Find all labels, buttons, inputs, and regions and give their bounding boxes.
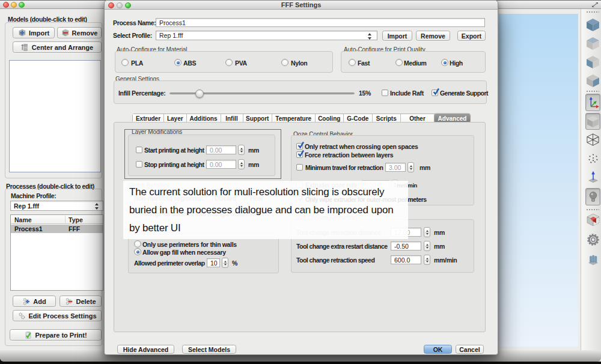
radio-pla[interactable] [121, 59, 129, 66]
dialog-titlebar[interactable]: FFF Settings [105, 1, 498, 10]
perimeter-overlap-input[interactable]: 10 [207, 258, 220, 267]
only-retract-checkbox[interactable] [296, 143, 303, 150]
include-raft-checkbox[interactable] [382, 89, 388, 96]
toolbar-handle-dots [586, 11, 599, 13]
select-models-button[interactable]: Select Models [182, 345, 236, 354]
prepare-to-print-button[interactable]: Prepare to Print! [10, 329, 102, 341]
table-row[interactable]: Process1 FFF [11, 225, 103, 233]
normals-arrow-icon[interactable] [585, 169, 600, 184]
radio-fast-label: Fast [358, 59, 370, 67]
view-cube-top-icon[interactable] [585, 36, 600, 51]
radio-fast[interactable] [349, 59, 356, 66]
settings-tabbar: Extruder Layer Additions Infill Support … [132, 114, 471, 123]
remove-model-button[interactable]: Remove [57, 27, 102, 38]
view-cube-front-icon[interactable] [585, 55, 600, 70]
radio-medium[interactable] [395, 59, 403, 66]
profile-import-button[interactable]: Import [382, 31, 412, 41]
min-travel-unit: mm [419, 164, 430, 171]
axes-icon[interactable] [585, 94, 600, 111]
tc-speed-unit: mm/min [434, 256, 457, 264]
highlight-red-rectangle [124, 129, 281, 179]
toolbar-separator-dots [586, 91, 599, 92]
note-line-3: by better UI [129, 222, 180, 234]
min-travel-checkbox[interactable] [296, 164, 303, 171]
tc-restart-unit: mm [434, 243, 445, 250]
shaded-cube-icon[interactable] [585, 113, 600, 130]
hide-advanced-button[interactable]: Hide Advanced [117, 345, 174, 354]
close-button[interactable] [3, 2, 9, 8]
generate-support-checkbox[interactable] [432, 89, 438, 96]
tc-speed-input[interactable]: 600.0 [391, 255, 421, 264]
radio-perimeters-only[interactable] [134, 240, 141, 247]
process-name-label: Process Name: [113, 19, 156, 26]
radio-nylon-label: Nylon [291, 59, 307, 67]
radio-abs[interactable] [174, 59, 182, 66]
perimeter-overlap-stepper[interactable] [222, 258, 228, 268]
tc-restart-value: -0.50 [394, 243, 409, 250]
import-model-icon [18, 29, 26, 37]
minimize-button[interactable] [11, 2, 17, 8]
combo-arrows-icon [95, 202, 100, 210]
process-table[interactable]: Name Type Process1 FFF [10, 214, 103, 291]
supports-icon[interactable] [585, 252, 600, 267]
remove-model-label: Remove [72, 29, 98, 37]
radio-high[interactable] [441, 59, 448, 66]
dialog-close-button[interactable] [108, 2, 114, 8]
fullscreen-icon[interactable] [591, 2, 599, 8]
select-profile-label: Select Profile: [113, 32, 152, 39]
hide-advanced-label: Hide Advanced [123, 346, 168, 353]
delete-process-button[interactable]: Delete [59, 296, 102, 307]
tc-restart-stepper[interactable] [424, 241, 430, 251]
cancel-button[interactable]: Cancel [456, 345, 484, 354]
fff-settings-dialog: FFF Settings Process Name: Process1 Sele… [104, 0, 498, 355]
add-process-button[interactable]: Add [13, 296, 56, 307]
perimeter-overlap-unit: % [232, 259, 237, 267]
radio-gap-fill[interactable] [134, 248, 141, 255]
profile-remove-button[interactable]: Remove [416, 31, 450, 41]
profile-remove-label: Remove [421, 32, 445, 40]
ok-button[interactable]: OK [424, 345, 452, 354]
tc-restart-label: Tool change extra restart distance [296, 243, 388, 250]
center-arrange-button[interactable]: Center and Arrange [13, 41, 102, 53]
viewport-3d[interactable] [499, 14, 578, 347]
profile-export-button[interactable]: Export [457, 31, 486, 41]
infill-slider-handle[interactable] [195, 89, 204, 98]
process-name-cell: Process1 [14, 225, 43, 232]
delete-process-icon [65, 297, 73, 306]
zoom-button[interactable] [19, 2, 25, 8]
tc-speed-stepper[interactable] [424, 255, 430, 265]
view-cube-side-icon[interactable] [585, 73, 600, 88]
radio-medium-label: Medium [404, 59, 427, 67]
edit-process-settings-button[interactable]: Edit Process Settings [13, 310, 102, 321]
dialog-title: FFF Settings [105, 1, 498, 8]
min-travel-input[interactable]: 3.00 [385, 163, 406, 172]
force-retraction-checkbox[interactable] [296, 151, 303, 158]
only-retract-label: Only retract when crossing open spaces [305, 143, 418, 150]
radio-pva[interactable] [225, 59, 233, 66]
add-process-label: Add [33, 298, 46, 305]
gear-icon[interactable] [585, 232, 600, 247]
wireframe-cube-icon[interactable] [585, 132, 600, 147]
radio-nylon[interactable] [281, 59, 288, 66]
process-name-input[interactable]: Process1 [156, 18, 485, 27]
radio-gap-fill-label: Allow gap fill when necessary [142, 249, 226, 256]
cross-section-icon[interactable] [585, 212, 600, 227]
dialog-minimize-button[interactable] [117, 2, 123, 8]
tc-distance-stepper[interactable] [424, 227, 430, 237]
points-icon[interactable] [585, 151, 600, 166]
column-type: Type [69, 216, 83, 223]
tc-restart-input[interactable]: -0.50 [391, 241, 421, 250]
view-cube-iso-icon[interactable] [585, 17, 600, 32]
import-model-button[interactable]: Import [13, 27, 55, 38]
note-line-1: The current solution for muli-resolution… [129, 186, 384, 198]
column-name: Name [14, 216, 32, 223]
select-profile-combo[interactable]: Rep 1.fff [156, 31, 377, 40]
machine-profile-select[interactable]: Rep 1.fff [10, 201, 103, 211]
min-travel-value: 3.00 [389, 164, 401, 171]
radio-abs-label: ABS [183, 59, 196, 67]
min-travel-stepper[interactable] [407, 162, 414, 172]
toolbar-separator-dots-2 [586, 209, 599, 210]
dialog-zoom-button[interactable] [125, 2, 131, 8]
light-bulb-icon[interactable] [585, 188, 600, 205]
model-list[interactable] [9, 60, 101, 172]
